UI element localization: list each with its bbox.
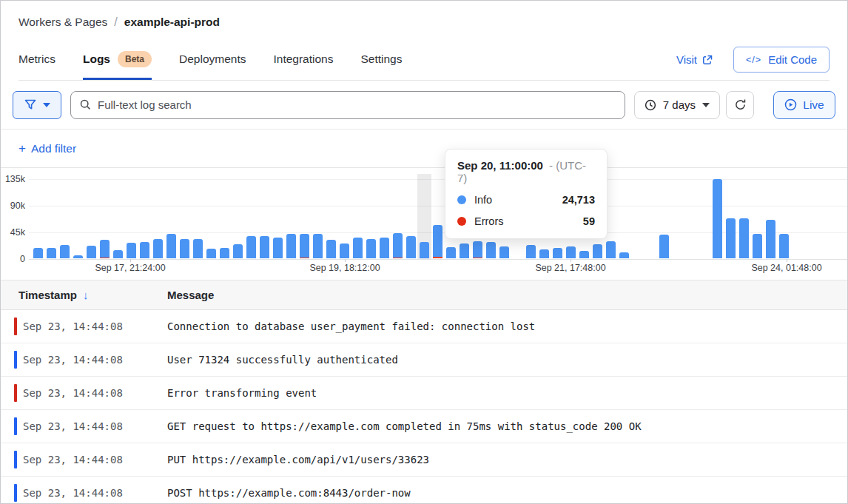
chart-tooltip: Sep 20, 11:00:00 - (UTC-7) Info24,713Err… [445,149,608,239]
breadcrumb-page-title: example-api-prod [124,16,220,29]
chart-bar[interactable] [473,241,482,258]
tab-logs[interactable]: LogsBeta [83,51,152,80]
bar-info-segment [140,242,149,258]
table-row[interactable]: Sep 23, 14:44:08User 71324 successfully … [1,343,847,377]
bar-info-segment [473,241,482,258]
x-axis-tick-label: Sep 24, 01:48:00 [751,263,821,273]
table-row[interactable]: Sep 23, 14:44:08Connection to database u… [1,310,847,343]
tab-deployments[interactable]: Deployments [179,51,246,80]
chart-bar[interactable] [739,218,749,258]
chart-bar[interactable] [713,179,722,258]
chart-bar[interactable] [406,236,416,258]
bar-info-segment [753,234,762,258]
add-filter-button[interactable]: + Add filter [18,141,76,156]
chart-bar[interactable] [539,249,549,258]
log-timestamp: Sep 23, 14:44:08 [23,320,167,332]
chart-bar[interactable] [486,242,496,258]
column-header-timestamp[interactable]: Timestamp ↓ [18,289,167,301]
log-search[interactable] [70,91,625,119]
bar-info-segment [87,246,96,258]
caret-down-icon [43,103,50,107]
chart-bar[interactable] [246,236,256,258]
chart-bar[interactable] [300,234,309,258]
chart-bar[interactable] [140,242,149,258]
bar-info-segment [273,238,283,258]
chart-bar[interactable] [286,234,296,258]
chart-bar[interactable] [553,248,562,258]
log-volume-chart: 045k90k135kSep 17, 21:24:00Sep 19, 18:12… [1,168,847,280]
time-range-dropdown[interactable]: 7 days [634,91,720,119]
chart-bar[interactable] [313,234,323,258]
tab-label: Metrics [18,53,55,66]
log-message: Error transforming event [167,387,317,399]
chart-bar[interactable] [206,249,216,258]
timestamp-column-label: Timestamp [18,289,77,301]
log-message: GET request to https://example.com compl… [167,420,642,432]
table-row[interactable]: Sep 23, 14:44:08Error transforming event [1,377,847,410]
chart-bar[interactable] [73,255,83,258]
tab-integrations[interactable]: Integrations [273,51,333,80]
chart-bar[interactable] [433,225,442,258]
tabs: MetricsLogsBetaDeploymentsIntegrationsSe… [18,51,402,80]
chart-bar[interactable] [460,243,469,258]
chart-bar[interactable] [260,236,269,258]
filter-menu-button[interactable] [13,91,61,119]
chart-bar[interactable] [420,242,429,258]
table-row[interactable]: Sep 23, 14:44:08PUT https://example.com/… [1,443,847,477]
chart-bar[interactable] [113,250,123,258]
chart-bar[interactable] [153,239,163,258]
chart-bar[interactable] [166,234,176,258]
chart-bar[interactable] [193,239,203,258]
chart-bar[interactable] [233,244,243,258]
tab-label: Deployments [179,53,246,66]
chart-bar[interactable] [579,251,589,258]
live-button[interactable]: Live [773,91,835,119]
chart-bar[interactable] [779,234,789,258]
chart-bar[interactable] [366,239,376,258]
table-row[interactable]: Sep 23, 14:44:08POST https://example.com… [1,477,847,504]
tab-settings[interactable]: Settings [360,51,402,80]
chart-bar[interactable] [353,238,363,258]
chart-bar[interactable] [87,246,96,258]
bar-info-segment [446,247,456,258]
bar-info-segment [420,242,429,258]
breadcrumb-section[interactable]: Workers & Pages [18,16,107,29]
info-level-indicator [14,351,17,369]
chart-bar[interactable] [340,243,349,258]
chart-bar[interactable] [726,218,736,258]
chart-bar[interactable] [326,240,336,258]
chart-bar[interactable] [220,248,229,258]
bar-info-segment [779,234,789,258]
chart-bar[interactable] [619,252,629,258]
chart-bar[interactable] [100,240,110,258]
chart-bar[interactable] [380,238,389,258]
tooltip-title: Sep 20, 11:00:00 - (UTC-7) [457,159,595,184]
chart-bar[interactable] [606,241,616,258]
chart-bar[interactable] [566,246,576,258]
chart-bar[interactable] [47,248,56,258]
bar-info-segment [33,248,43,258]
chart-bar[interactable] [526,245,536,258]
chart-bar[interactable] [659,235,669,258]
chart-bar[interactable] [766,220,775,258]
chart-bar[interactable] [180,239,189,258]
chart-bar[interactable] [499,246,509,258]
chart-bar[interactable] [393,233,403,258]
chart-bar[interactable] [60,245,70,258]
workers-pages-app: Workers & Pages / example-api-prod Metri… [0,0,848,504]
chart-bar[interactable] [446,247,456,258]
bar-info-segment [499,246,509,258]
chart-bar[interactable] [273,238,283,258]
edit-code-button[interactable]: </> Edit Code [733,47,830,73]
info-level-indicator [14,484,17,502]
search-input[interactable] [98,98,616,111]
chart-bar[interactable] [753,234,762,258]
refresh-button[interactable] [726,91,754,119]
chart-bar[interactable] [127,243,136,258]
chart-bar[interactable] [593,244,602,258]
tab-metrics[interactable]: Metrics [18,51,55,80]
legend-dot [457,217,466,226]
table-row[interactable]: Sep 23, 14:44:08GET request to https://e… [1,410,847,443]
visit-link[interactable]: Visit [676,53,713,66]
chart-bar[interactable] [33,248,43,258]
